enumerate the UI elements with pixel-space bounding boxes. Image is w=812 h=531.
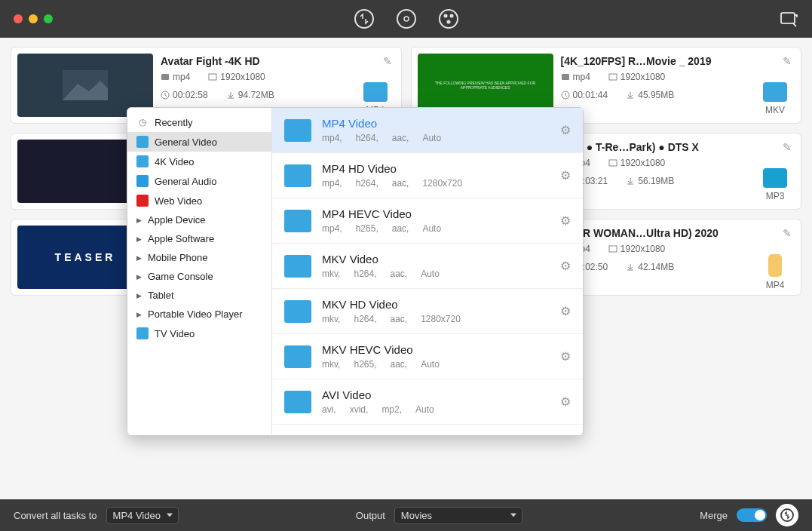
convert-tab-icon[interactable] xyxy=(354,8,375,29)
resolution-meta: 1920x1080 xyxy=(608,158,665,168)
format-item[interactable]: MP4 HEVC Videomp4,h265,aac,Auto⚙ xyxy=(272,198,583,244)
gear-icon[interactable]: ⚙ xyxy=(560,213,571,228)
format-codec: mp4,h264,aac,Auto xyxy=(322,133,550,143)
size-meta: 45.95MB xyxy=(626,90,674,100)
format-category-item[interactable]: TV Video xyxy=(127,324,271,343)
format-item[interactable]: MKV Videomkv,h264,aac,Auto⚙ xyxy=(272,244,583,289)
media-library-icon[interactable] xyxy=(779,9,798,29)
format-category-item[interactable]: Web Video xyxy=(127,191,271,210)
chevron-right-icon: ▶ xyxy=(136,254,142,262)
svg-rect-12 xyxy=(562,74,569,80)
target-format-badge[interactable]: MKV xyxy=(760,82,790,115)
size-meta: 94.72MB xyxy=(226,90,274,100)
edit-icon[interactable]: ✎ xyxy=(783,227,792,239)
category-icon xyxy=(136,195,149,207)
edit-icon[interactable]: ✎ xyxy=(783,55,792,67)
start-conversion-button[interactable] xyxy=(776,504,798,526)
output-folder-select[interactable]: Movies xyxy=(394,507,522,524)
gear-icon[interactable]: ⚙ xyxy=(560,304,571,318)
traffic-lights xyxy=(14,14,53,23)
category-label: Game Console xyxy=(148,271,213,282)
bottom-toolbar: Convert all tasks to MP4 Video Output Mo… xyxy=(0,499,812,531)
format-name: MKV HEVC Video xyxy=(322,343,550,356)
movie-tab-icon[interactable] xyxy=(438,8,459,29)
format-category-item[interactable]: ▶Tablet xyxy=(127,286,271,305)
format-meta: mp4 xyxy=(161,72,190,82)
svg-point-1 xyxy=(397,10,415,28)
format-category-item[interactable]: ▶Mobile Phone xyxy=(127,248,271,267)
svg-rect-19 xyxy=(609,246,617,252)
svg-rect-9 xyxy=(161,74,169,80)
format-item[interactable]: MP4 Videomp4,h264,aac,Auto⚙ xyxy=(272,108,583,153)
edit-icon[interactable]: ✎ xyxy=(783,141,792,153)
format-item[interactable]: AVI Videoavi,xvid,mp2,Auto⚙ xyxy=(272,379,583,425)
gear-icon[interactable]: ⚙ xyxy=(560,394,571,409)
target-format-badge[interactable]: MP3 xyxy=(760,168,790,201)
task-title: NDER WOMAN…Ultra HD) 2020 xyxy=(561,227,795,239)
disc-tab-icon[interactable] xyxy=(396,8,417,29)
svg-rect-7 xyxy=(781,13,795,23)
size-meta: 42.14MB xyxy=(626,262,674,272)
format-category-item[interactable]: General Video xyxy=(127,132,271,152)
zoom-window-button[interactable] xyxy=(44,14,53,23)
target-format-badge[interactable]: MP4 xyxy=(760,254,790,290)
category-label: Apple Device xyxy=(148,214,206,226)
svg-rect-10 xyxy=(209,74,216,80)
convert-all-select[interactable]: MP4 Video xyxy=(106,507,179,524)
category-label: TV Video xyxy=(155,328,195,339)
merge-toggle[interactable] xyxy=(737,508,767,522)
resolution-meta: 1920x1080 xyxy=(208,72,265,82)
minimize-window-button[interactable] xyxy=(29,14,38,23)
category-label: Mobile Phone xyxy=(148,252,208,263)
chevron-right-icon: ▶ xyxy=(136,311,142,318)
size-meta: 56.19MB xyxy=(626,176,674,186)
category-label: General Audio xyxy=(155,176,216,187)
top-nav-icons xyxy=(354,8,459,29)
format-category-item[interactable]: ▶Portable Video Player xyxy=(127,305,271,324)
format-category-item[interactable]: 4K Video xyxy=(127,152,271,171)
format-category-item[interactable]: ◷Recently xyxy=(127,112,271,132)
svg-point-0 xyxy=(355,10,373,28)
gear-icon[interactable]: ⚙ xyxy=(560,168,571,183)
svg-rect-16 xyxy=(609,160,617,166)
svg-point-6 xyxy=(446,20,450,24)
format-popover: ◷RecentlyGeneral Video4K VideoGeneral Au… xyxy=(127,107,584,436)
format-codec: mkv,h264,aac,Auto xyxy=(322,269,550,279)
format-name: MKV HD Video xyxy=(322,298,550,311)
task-title: HDR ● T-Re…Park) ● DTS X xyxy=(561,141,795,153)
category-icon xyxy=(136,155,149,167)
format-category-item[interactable]: ▶Game Console xyxy=(127,267,271,286)
svg-rect-13 xyxy=(609,74,617,80)
chevron-right-icon: ▶ xyxy=(136,273,142,281)
task-title: Avatar Fight -4K HD xyxy=(161,55,395,67)
format-name: AVI Video xyxy=(322,388,550,401)
format-item[interactable]: MKV HEVC Videomkv,h265,aac,Auto⚙ xyxy=(272,334,583,379)
format-category-item[interactable]: ▶Apple Device xyxy=(127,210,271,229)
format-item[interactable]: MP4 HD Videomp4,h264,aac,1280x720⚙ xyxy=(272,153,583,198)
category-label: Recently xyxy=(155,117,193,128)
duration-meta: 00:02:58 xyxy=(161,90,208,100)
format-icon xyxy=(284,164,311,187)
convert-all-label: Convert all tasks to xyxy=(14,510,97,521)
edit-icon[interactable]: ✎ xyxy=(383,55,392,67)
titlebar xyxy=(0,0,812,38)
format-category-item[interactable]: General Audio xyxy=(127,171,271,191)
format-codec: mkv,h265,aac,Auto xyxy=(322,359,550,370)
gear-icon[interactable]: ⚙ xyxy=(560,123,571,137)
category-label: Apple Software xyxy=(148,233,214,244)
output-label: Output xyxy=(356,510,385,521)
format-category-item[interactable]: ▶Apple Software xyxy=(127,229,271,248)
resolution-meta: 1920x1080 xyxy=(608,244,665,254)
category-label: General Video xyxy=(155,137,217,148)
gear-icon[interactable]: ⚙ xyxy=(560,349,571,364)
gear-icon[interactable]: ⚙ xyxy=(560,259,571,273)
format-name: MP4 HD Video xyxy=(322,162,550,175)
category-label: 4K Video xyxy=(155,156,195,167)
category-icon xyxy=(136,175,149,187)
close-window-button[interactable] xyxy=(14,14,23,23)
format-item[interactable]: MKV HD Videomkv,h264,aac,1280x720⚙ xyxy=(272,289,583,334)
format-codec: mp4,h265,aac,Auto xyxy=(322,223,550,234)
category-label: Tablet xyxy=(148,290,174,301)
svg-point-2 xyxy=(404,17,409,21)
format-icon xyxy=(284,255,311,278)
